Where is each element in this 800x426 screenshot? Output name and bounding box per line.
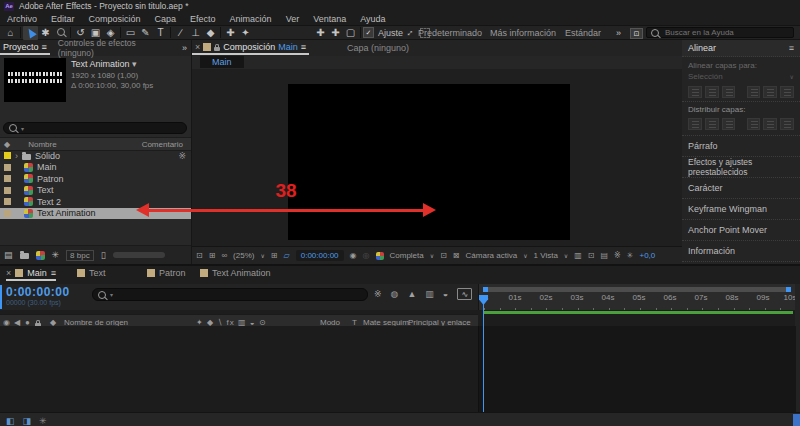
motion-blur-icon[interactable]: ◒ bbox=[443, 289, 448, 299]
align-to-select[interactable]: Selección ∨ bbox=[682, 72, 800, 81]
help-search-box[interactable] bbox=[646, 27, 794, 38]
roto-brush-tool-icon[interactable]: ✚ bbox=[223, 26, 238, 39]
label-color-swatch[interactable] bbox=[4, 152, 11, 159]
chevron-down-icon[interactable]: ∨ bbox=[430, 252, 434, 259]
menu-ventana[interactable]: Ventana bbox=[306, 14, 353, 24]
panel-efectos-y-ajustes[interactable]: Efectos y ajustes preestablecidos bbox=[682, 157, 800, 178]
fast-preview-icon[interactable]: ⊡ bbox=[588, 251, 595, 260]
label-color-swatch[interactable] bbox=[4, 187, 11, 194]
column-nombre[interactable]: Nombre bbox=[28, 140, 56, 149]
project-row-patron[interactable]: Patron bbox=[0, 173, 191, 185]
panel-menu-icon[interactable]: ≡ bbox=[51, 268, 56, 278]
current-timecode[interactable]: 0:00:00:00 bbox=[6, 285, 70, 299]
close-icon[interactable]: × bbox=[195, 42, 200, 52]
expander-icon[interactable]: › bbox=[15, 151, 18, 161]
workspace-overflow-icon[interactable]: » bbox=[616, 28, 621, 38]
distribute-left-button[interactable] bbox=[747, 118, 761, 130]
panel-menu-icon[interactable]: ≡ bbox=[789, 43, 794, 53]
horizontal-scrollbar[interactable] bbox=[113, 252, 165, 258]
snapshot-icon[interactable]: ◉ bbox=[350, 251, 357, 260]
align-top-button[interactable] bbox=[747, 86, 761, 98]
chevron-down-icon[interactable]: ∨ bbox=[260, 252, 264, 259]
clone-stamp-tool-icon[interactable]: ⊥ bbox=[188, 26, 203, 39]
magnification-value[interactable]: (25%) bbox=[233, 251, 254, 260]
label-tag-icon[interactable]: ◆ bbox=[4, 140, 10, 149]
expand-layer-switches-icon[interactable]: ◧ bbox=[6, 416, 15, 426]
graph-editor-icon[interactable]: ∿ bbox=[457, 288, 472, 300]
tab-controles-de-efectos[interactable]: Controles de efectos (ninguno) bbox=[50, 38, 182, 58]
region-of-interest-icon[interactable]: ⊡ bbox=[440, 251, 447, 260]
distribute-top-button[interactable] bbox=[688, 118, 702, 130]
panel-overflow-icon[interactable]: » bbox=[182, 43, 191, 53]
main-viewer-icon[interactable]: ⊞ bbox=[209, 251, 216, 260]
transparency-grid-icon[interactable]: ⊠ bbox=[453, 251, 460, 260]
menu-capa[interactable]: Capa bbox=[148, 14, 184, 24]
timeline-tab-text[interactable]: Text bbox=[77, 268, 106, 278]
project-row-main[interactable]: Main bbox=[0, 162, 191, 174]
work-area-bar[interactable] bbox=[483, 287, 791, 292]
track-area[interactable] bbox=[478, 326, 796, 412]
menu-ayuda[interactable]: Ayuda bbox=[353, 14, 392, 24]
panel-menu-icon[interactable]: ≡ bbox=[42, 42, 47, 52]
label-color-swatch[interactable] bbox=[4, 198, 11, 205]
selection-tool-icon[interactable] bbox=[23, 26, 38, 40]
timeline-tab-text-animation[interactable]: Text Animation bbox=[200, 268, 271, 278]
align-left-button[interactable] bbox=[688, 86, 702, 98]
new-folder-icon[interactable] bbox=[20, 253, 29, 259]
distribute-right-button[interactable] bbox=[780, 118, 794, 130]
vr-icon[interactable]: ∞ bbox=[221, 251, 227, 260]
distribute-center-h-button[interactable] bbox=[763, 118, 777, 130]
distribute-center-v-button[interactable] bbox=[705, 118, 719, 130]
grid-guides-icon[interactable]: ⊞ bbox=[271, 251, 278, 260]
exposure-value[interactable]: +0,0 bbox=[640, 251, 656, 260]
column-comentario[interactable]: Comentario bbox=[142, 140, 183, 149]
viewer-timecode[interactable]: 0:00:00:00 bbox=[296, 250, 344, 261]
channel-icon[interactable] bbox=[376, 252, 384, 260]
renderer-icon[interactable]: ◍ bbox=[391, 289, 399, 299]
align-right-button[interactable] bbox=[722, 86, 736, 98]
timeline-button-icon[interactable]: ▤ bbox=[601, 251, 609, 260]
new-composition-icon[interactable] bbox=[36, 251, 45, 260]
always-preview-icon[interactable]: ⊡ bbox=[196, 251, 203, 260]
menu-animacion[interactable]: Animación bbox=[223, 14, 279, 24]
project-row-text[interactable]: Text bbox=[0, 185, 191, 197]
label-color-swatch[interactable] bbox=[4, 210, 11, 217]
label-color-swatch[interactable] bbox=[4, 164, 11, 171]
expand-transfer-controls-icon[interactable]: ◨ bbox=[23, 416, 32, 426]
menu-archivo[interactable]: Archivo bbox=[0, 14, 44, 24]
chevron-down-icon[interactable]: ∨ bbox=[564, 252, 568, 259]
composition-flowchart-icon[interactable]: ※ bbox=[374, 289, 382, 299]
expand-in-out-icon[interactable]: ✳ bbox=[39, 416, 47, 426]
layer-list-area[interactable] bbox=[0, 326, 478, 412]
close-icon[interactable]: × bbox=[6, 268, 11, 278]
snap-checkbox[interactable]: ✓ bbox=[363, 27, 374, 38]
panel-keyframe-wingman[interactable]: Keyframe Wingman bbox=[682, 199, 800, 220]
menu-efecto[interactable]: Efecto bbox=[183, 14, 223, 24]
panel-caracter[interactable]: Carácter bbox=[682, 178, 800, 199]
playhead-line[interactable] bbox=[483, 295, 484, 412]
flowchart-icon[interactable]: ※ bbox=[178, 151, 186, 161]
work-area-end-handle[interactable] bbox=[786, 287, 791, 292]
time-ruler[interactable]: 0s 01s 02s 03s 04s 05s 06s 07s 08s 09s 1… bbox=[478, 284, 796, 310]
align-bottom-button[interactable] bbox=[780, 86, 794, 98]
safe-zones-icon[interactable]: ▱ bbox=[284, 251, 290, 260]
align-center-h-button[interactable] bbox=[705, 86, 719, 98]
pixel-aspect-icon[interactable]: ▥ bbox=[574, 251, 582, 260]
panel-menu-icon[interactable]: ≡ bbox=[301, 42, 306, 52]
home-tool-icon[interactable]: ⌂ bbox=[3, 26, 18, 39]
workspace-predeterminado[interactable]: Predeterminado bbox=[418, 28, 482, 38]
timeline-tab-main[interactable]: × Main ≡ bbox=[6, 268, 56, 281]
work-area-start-handle[interactable] bbox=[483, 287, 488, 292]
workspace-manager-icon[interactable]: ⊡ bbox=[630, 28, 643, 39]
menu-ver[interactable]: Ver bbox=[279, 14, 307, 24]
menu-composicion[interactable]: Composición bbox=[82, 14, 148, 24]
project-search-field[interactable]: ▾ bbox=[3, 122, 187, 134]
eraser-tool-icon[interactable]: ◆ bbox=[203, 26, 218, 39]
exposure-gear-icon[interactable]: ✳ bbox=[627, 251, 634, 260]
distribute-bottom-button[interactable] bbox=[722, 118, 736, 130]
workspace-mas-informacion[interactable]: Más información bbox=[490, 28, 556, 38]
timeline-search-field[interactable]: ▾ bbox=[92, 288, 368, 301]
draft-3d-icon[interactable]: ▲ bbox=[407, 289, 416, 299]
interpret-footage-icon[interactable]: ▤ bbox=[4, 250, 13, 260]
resolution-value[interactable]: Completa bbox=[390, 251, 424, 260]
